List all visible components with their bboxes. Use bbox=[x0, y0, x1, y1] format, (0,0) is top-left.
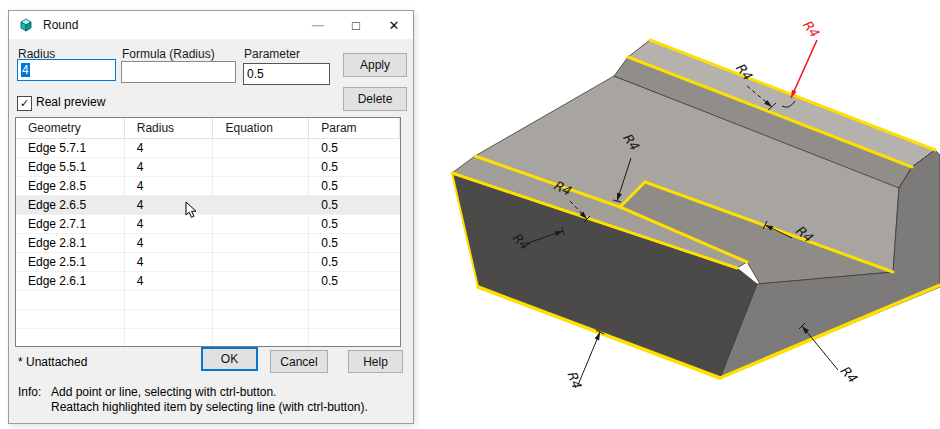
title-bar[interactable]: Round — □ ✕ bbox=[9, 11, 413, 39]
info-text: Info: Add point or line, selecting with … bbox=[18, 385, 368, 415]
screen: Round — □ ✕ Radius Formula (Radius) Para… bbox=[0, 0, 940, 429]
radius-annotation-label[interactable]: R4 bbox=[799, 17, 822, 40]
real-preview-label: Real preview bbox=[36, 95, 105, 109]
checkmark-icon: ✓ bbox=[20, 98, 29, 109]
table-row[interactable]: Edge 2.8.1 4 0.5 bbox=[16, 234, 400, 253]
radius-value: 4 bbox=[21, 63, 30, 77]
table-row[interactable]: Edge 5.7.1 4 0.5 bbox=[16, 139, 400, 158]
table-row[interactable]: Edge 2.5.1 4 0.5 bbox=[16, 253, 400, 272]
unattached-note: * Unattached bbox=[18, 355, 87, 369]
parameter-input[interactable]: 0.5 bbox=[243, 63, 330, 85]
table-row[interactable]: Edge 2.7.1 4 0.5 bbox=[16, 215, 400, 234]
minimize-button[interactable]: — bbox=[299, 11, 337, 39]
radius-annotation-label[interactable]: R4 bbox=[837, 363, 860, 386]
table-row-empty bbox=[16, 310, 400, 329]
3d-viewport[interactable]: R4 R4 R4 R4 bbox=[420, 0, 940, 429]
table-row[interactable]: Edge 5.5.1 4 0.5 bbox=[16, 158, 400, 177]
info-line2: Reattach highlighted item by selecting l… bbox=[51, 400, 368, 415]
close-button[interactable]: ✕ bbox=[375, 11, 413, 39]
header-param[interactable]: Param bbox=[309, 118, 400, 139]
table-row[interactable]: Edge 2.6.1 4 0.5 bbox=[16, 272, 400, 291]
header-radius[interactable]: Radius bbox=[125, 118, 214, 139]
ok-button[interactable]: OK bbox=[201, 347, 258, 371]
help-button[interactable]: Help bbox=[348, 350, 403, 373]
table-row[interactable]: Edge 2.8.5 4 0.5 bbox=[16, 177, 400, 196]
delete-button[interactable]: Delete bbox=[343, 87, 407, 111]
table-row-empty bbox=[16, 329, 400, 347]
radius-annotation-label[interactable]: R4 bbox=[564, 369, 584, 391]
radius-annotation[interactable]: R4 bbox=[564, 330, 604, 391]
formula-label: Formula (Radius) bbox=[122, 47, 215, 61]
header-equation[interactable]: Equation bbox=[213, 118, 309, 139]
parameter-label: Parameter bbox=[244, 47, 300, 61]
round-tool-icon bbox=[18, 17, 34, 33]
maximize-button[interactable]: □ bbox=[337, 11, 375, 39]
radius-input[interactable]: 4 bbox=[17, 59, 116, 81]
formula-input[interactable] bbox=[121, 61, 236, 83]
dialog-title: Round bbox=[43, 18, 78, 32]
real-preview-checkbox[interactable]: ✓ bbox=[17, 96, 32, 111]
header-geometry[interactable]: Geometry bbox=[16, 118, 125, 139]
apply-button[interactable]: Apply bbox=[343, 53, 407, 77]
info-line1: Add point or line, selecting with ctrl-b… bbox=[51, 385, 368, 400]
part-preview: R4 R4 R4 R4 bbox=[420, 0, 940, 429]
table-row-selected[interactable]: Edge 2.6.5 4 0.5 bbox=[16, 196, 400, 215]
cancel-button[interactable]: Cancel bbox=[270, 350, 328, 373]
table-header: Geometry Radius Equation Param bbox=[16, 118, 400, 139]
round-dialog: Round — □ ✕ Radius Formula (Radius) Para… bbox=[8, 10, 414, 424]
edges-table[interactable]: Geometry Radius Equation Param Edge 5.7.… bbox=[15, 117, 401, 347]
mouse-cursor bbox=[185, 201, 199, 219]
parameter-value: 0.5 bbox=[247, 67, 264, 81]
info-label: Info: bbox=[18, 385, 51, 415]
table-row-empty bbox=[16, 291, 400, 310]
